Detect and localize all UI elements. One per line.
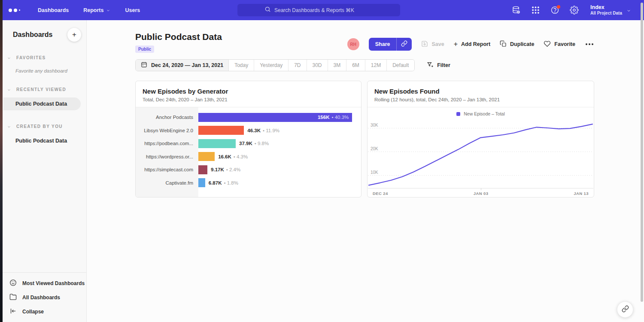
bar[interactable]	[198, 152, 215, 161]
preset-default[interactable]: Default	[387, 60, 414, 71]
link-icon	[401, 40, 407, 48]
main-content: Public Podcast Data Public RH Share Save…	[87, 20, 644, 322]
calendar-icon	[141, 61, 147, 69]
bar-row: Libsyn WebEngine 2.046.3K• 11.9%	[136, 124, 361, 137]
bar-row: https://simplecast.com9.17K• 2.4%	[136, 163, 361, 176]
section-recently-viewed[interactable]: RECENTLY VIEWED	[3, 85, 86, 93]
chevron-down-icon	[7, 54, 11, 61]
most-viewed-dashboards-button[interactable]: Most Viewed Dashboards	[3, 276, 86, 290]
legend-label: New Episode – Total	[464, 111, 505, 116]
sidebar: Dashboards + FAVORITES Favorite any dash…	[0, 20, 87, 322]
bar[interactable]	[198, 126, 244, 135]
collapse-left-icon	[9, 307, 17, 316]
bar-value-label: 46.3K• 11.9%	[247, 128, 279, 133]
heart-icon	[544, 40, 551, 49]
help-icon[interactable]	[550, 6, 559, 15]
bar-chart-card: New Episodes by Generator Total, Dec 24t…	[135, 81, 361, 197]
all-dashboards-button[interactable]: All Dashboards	[3, 290, 86, 304]
preset-6m[interactable]: 6M	[346, 60, 365, 71]
data-sources-icon[interactable]	[511, 6, 521, 15]
bar-category-label: Libsyn WebEngine 2.0	[136, 128, 198, 133]
bar-value-label: 16.6K• 4.3%	[218, 154, 248, 159]
search-input[interactable]	[274, 7, 373, 13]
date-range-control: Dec 24, 2020 — Jan 13, 2021 TodayYesterd…	[135, 59, 415, 71]
nav-item-reports[interactable]: Reports	[83, 7, 110, 13]
x-axis-tick	[481, 188, 481, 190]
favorite-button[interactable]: Favorite	[544, 40, 575, 49]
x-axis-label: JAN 03	[474, 191, 489, 196]
save-button[interactable]: Save	[421, 40, 444, 49]
vertical-scrollbar[interactable]	[641, 3, 643, 302]
date-range-button[interactable]: Dec 24, 2020 — Jan 13, 2021	[136, 60, 229, 71]
bar-category-label: Anchor Podcasts	[136, 115, 198, 120]
bar-value-label: 156K• 40.3%	[318, 115, 349, 120]
avatar[interactable]: RH	[347, 38, 359, 50]
bar-chart-rows: Anchor Podcasts156K• 40.3%Libsyn WebEngi…	[136, 111, 361, 189]
bar[interactable]: 156K• 40.3%	[198, 113, 352, 122]
top-navigation-bar: Dashboards Reports Users Index All Proje…	[0, 0, 644, 20]
project-name: Index	[590, 4, 622, 11]
apps-grid-icon[interactable]	[531, 6, 540, 15]
y-axis-label: 20K	[371, 146, 378, 151]
share-split-button: Share	[369, 38, 412, 51]
preset-7d[interactable]: 7D	[289, 60, 307, 71]
add-dashboard-button[interactable]: +	[67, 28, 81, 42]
bar[interactable]	[198, 178, 205, 187]
search-icon	[264, 6, 271, 14]
chevron-down-icon	[626, 6, 631, 14]
folder-icon	[9, 293, 17, 302]
filter-button[interactable]: Filter	[427, 61, 450, 70]
preset-3m[interactable]: 3M	[328, 60, 347, 71]
bar-row: https://podbean.com...37.9K• 9.8%	[136, 137, 361, 150]
x-axis-label: JAN 13	[574, 191, 589, 196]
bar-row: https://wordpress.or...16.6K• 4.3%	[136, 150, 361, 164]
duplicate-button[interactable]: Duplicate	[500, 40, 534, 49]
chevron-down-icon	[7, 122, 11, 130]
section-created-by-you[interactable]: CREATED BY YOU	[3, 122, 86, 130]
preset-yesterday[interactable]: Yesterday	[254, 60, 289, 71]
collapse-sidebar-button[interactable]: Collapse	[3, 304, 86, 319]
project-subtitle: All Project Data	[590, 11, 622, 16]
floating-link-button[interactable]	[617, 301, 633, 318]
section-favorites[interactable]: FAVORITES	[3, 54, 86, 61]
settings-gear-icon[interactable]	[569, 6, 579, 15]
nav-item-dashboards[interactable]: Dashboards	[38, 7, 69, 13]
nav-item-users[interactable]: Users	[125, 7, 140, 13]
card-subtitle: Rolling (12 hours), total, Dec 24th, 202…	[374, 97, 587, 102]
funnel-plus-icon	[427, 61, 434, 70]
x-axis-label: DEC 24	[373, 191, 388, 196]
date-presets: TodayYesterday7D30D3M6M12MDefault	[229, 60, 414, 71]
bar-value-label: 9.17K• 2.4%	[211, 167, 240, 172]
bar-value-label: 6.87K• 1.8%	[209, 180, 238, 185]
bar-category-label: https://wordpress.or...	[136, 154, 198, 159]
bar[interactable]	[198, 139, 236, 148]
global-search-field[interactable]	[237, 4, 400, 16]
notification-dot	[557, 5, 560, 9]
line-chart-card: New Episodes Found Rolling (12 hours), t…	[367, 81, 594, 197]
bar-category-label: Captivate.fm	[136, 180, 198, 185]
link-icon	[622, 305, 629, 314]
preset-today[interactable]: Today	[229, 60, 254, 71]
app-logo-dots-icon[interactable]	[9, 9, 23, 12]
chevron-down-icon	[7, 85, 11, 93]
bar-row: Captivate.fm6.87K• 1.8%	[136, 176, 361, 190]
copy-icon	[500, 40, 507, 49]
add-report-button[interactable]: + Add Report	[454, 41, 490, 47]
card-title: New Episodes by Generator	[143, 88, 354, 95]
project-switcher[interactable]: Index All Project Data	[590, 4, 631, 16]
bar[interactable]	[198, 165, 207, 174]
share-button[interactable]: Share	[369, 38, 397, 51]
bar-value-label: 37.9K• 9.8%	[239, 141, 269, 146]
share-link-button[interactable]	[396, 38, 412, 51]
sidebar-item-public-podcast-data-created[interactable]: Public Podcast Data	[3, 134, 86, 147]
favorites-empty-text: Favorite any dashboard	[3, 61, 86, 73]
sidebar-title: Dashboards	[13, 31, 52, 39]
more-options-button[interactable]	[585, 41, 594, 48]
preset-12m[interactable]: 12M	[365, 60, 387, 71]
legend-swatch	[456, 112, 460, 116]
line-plot: 10K20K30K	[368, 121, 593, 188]
preset-30d[interactable]: 30D	[307, 60, 328, 71]
bar-category-label: https://simplecast.com	[136, 167, 198, 172]
public-badge: Public	[135, 46, 154, 53]
sidebar-item-public-podcast-data[interactable]: Public Podcast Data	[3, 97, 81, 110]
